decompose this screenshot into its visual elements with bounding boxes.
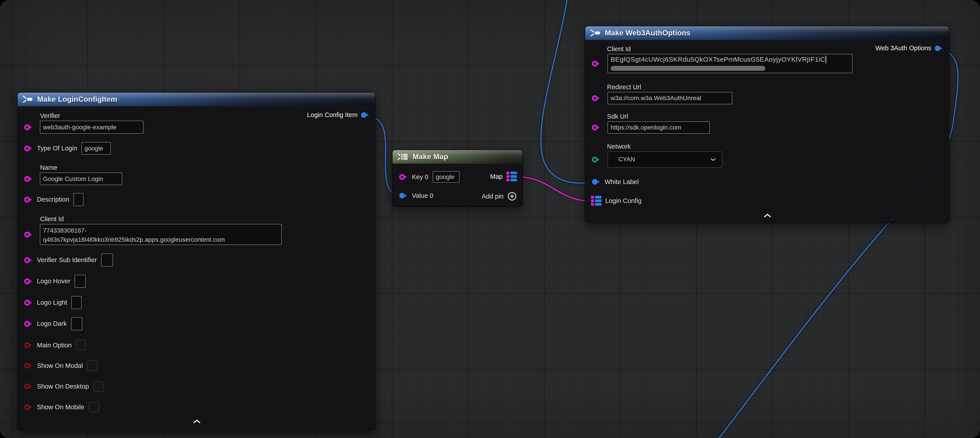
verifier-sub-identifier-input[interactable] [101, 253, 113, 267]
dropdown-chevron-icon [710, 158, 716, 161]
client-id-input[interactable]: 774338308167- q463s7kpvja16l4l0kko3nb925… [40, 224, 282, 245]
network-dropdown[interactable]: CYAN [608, 151, 722, 167]
node-header[interactable]: Make Map [393, 150, 522, 164]
description-pin[interactable] [24, 196, 33, 203]
name-input[interactable]: Google Custom Login [40, 172, 122, 185]
output-pin-label: Web 3Auth Options [875, 45, 931, 52]
make-struct-icon [22, 95, 33, 104]
blueprint-graph-canvas[interactable]: Make LoginConfigItem Login Config Item V… [0, 0, 980, 438]
field-label-login-config: Login Config [605, 197, 641, 204]
redirect-url-input[interactable]: w3a://com.w3a.Web3AuthUnreal [608, 92, 732, 104]
show-on-desktop-pin[interactable] [24, 383, 33, 390]
logo-light-pin[interactable] [24, 299, 33, 306]
logo-hover-pin[interactable] [24, 278, 33, 284]
key0-value: google [436, 174, 454, 180]
sdk-url-input[interactable]: https://sdk.openlogin.com [608, 121, 710, 134]
main-option-pin[interactable] [24, 342, 33, 348]
field-row-white-label: White Label [592, 176, 639, 188]
field-label-logo-light: Logo Light [37, 299, 67, 306]
sdk-url-value: https://sdk.openlogin.com [611, 124, 681, 131]
node-make-loginconfigitem[interactable]: Make LoginConfigItem Login Config Item V… [18, 92, 375, 430]
field-row-key0: Key 0 google [399, 171, 460, 183]
white-label-pin[interactable] [592, 179, 600, 185]
output-pin-row: Web 3Auth Options [875, 45, 943, 52]
key0-pin[interactable] [399, 174, 408, 180]
node-make-map[interactable]: Make Map Key 0 google Map Value 0 Add pi… [393, 150, 522, 206]
field-row-type-of-login: Type Of Login google [24, 142, 111, 154]
redirect-url-value: w3a://com.w3a.Web3AuthUnreal [611, 95, 701, 102]
value0-pin[interactable] [399, 193, 408, 199]
output-pin-row: Login Config Item [307, 111, 369, 119]
field-row-login-config: Login Config [591, 195, 641, 207]
field-label-type-of-login: Type Of Login [37, 145, 77, 152]
client-id-pin[interactable] [592, 61, 600, 67]
login-config-item-output-pin[interactable] [361, 112, 369, 118]
name-pin[interactable] [24, 176, 33, 182]
key0-input[interactable]: google [433, 171, 460, 183]
field-label-white-label: White Label [605, 178, 639, 186]
field-label-sdk-url: Sdk Url [607, 113, 628, 120]
output-pin-label: Login Config Item [307, 111, 358, 119]
text-caret [826, 56, 826, 63]
field-row-show-on-desktop: Show On Desktop [24, 381, 104, 392]
field-row-value0: Value 0 [399, 190, 433, 202]
node-make-web3authoptions[interactable]: Make Web3AuthOptions Web 3Auth Options C… [585, 26, 949, 223]
field-row-show-on-modal: Show On Modal [24, 360, 98, 371]
field-label-main-option: Main Option [37, 342, 72, 349]
type-of-login-pin[interactable] [24, 145, 33, 151]
verifier-value: web3auth-google-example [43, 124, 116, 131]
web3auth-options-output-pin[interactable] [935, 45, 943, 51]
main-option-checkbox[interactable] [76, 340, 86, 350]
field-label-show-on-modal: Show On Modal [37, 362, 83, 370]
field-label-show-on-mobile: Show On Mobile [37, 403, 84, 411]
field-label-verifier-sub-identifier: Verifier Sub Identifier [37, 256, 97, 264]
logo-dark-input[interactable] [71, 317, 82, 330]
node-header[interactable]: Make Web3AuthOptions [585, 26, 949, 40]
field-label-network: Network [607, 143, 631, 150]
description-input[interactable] [73, 193, 83, 206]
map-output-row: Map [490, 172, 517, 182]
field-label-value0: Value 0 [412, 192, 433, 199]
logo-dark-pin[interactable] [24, 321, 33, 327]
collapse-node-icon[interactable] [764, 213, 772, 218]
node-title: Make Web3AuthOptions [605, 29, 690, 37]
show-on-modal-pin[interactable] [24, 363, 33, 369]
verifier-sub-identifier-pin[interactable] [24, 257, 33, 263]
collapse-node-icon[interactable] [193, 419, 201, 424]
redirect-url-pin[interactable] [592, 95, 600, 101]
client-id-input[interactable]: BEglQSgt4cUWcj6SKRdu5QkOXTsePmMcusG5EAoy… [608, 54, 853, 73]
verifier-input[interactable]: web3auth-google-example [40, 121, 143, 134]
field-label-verifier: Verifier [40, 112, 60, 119]
network-selected-value: CYAN [619, 156, 635, 163]
map-output-pin-icon[interactable] [506, 172, 517, 182]
field-row-logo-dark: Logo Dark [24, 317, 82, 330]
type-of-login-input[interactable]: google [81, 142, 111, 154]
show-on-mobile-pin[interactable] [24, 404, 33, 410]
node-title: Make LoginConfigItem [37, 95, 117, 104]
sdk-url-pin[interactable] [592, 124, 600, 131]
field-label-client-id: Client Id [40, 215, 64, 223]
logo-hover-input[interactable] [75, 275, 86, 288]
field-label-redirect-url: Redirect Url [607, 83, 641, 91]
field-row-verifier: web3auth-google-example [24, 121, 143, 134]
type-of-login-value: google [84, 145, 103, 152]
node-header[interactable]: Make LoginConfigItem [18, 92, 375, 107]
show-on-desktop-checkbox[interactable] [93, 381, 104, 392]
show-on-mobile-checkbox[interactable] [89, 402, 99, 413]
client-id-value: 774338308167- q463s7kpvja16l4l0kko3nb925… [43, 225, 225, 244]
field-row-main-option: Main Option [24, 340, 86, 350]
logo-light-input[interactable] [71, 296, 82, 309]
client-id-hscrollbar[interactable] [611, 66, 765, 71]
wire-map-to-loginconfig[interactable] [519, 177, 590, 201]
client-id-pin[interactable] [24, 231, 33, 238]
add-pin-row[interactable]: Add pin [482, 191, 517, 201]
field-row-client-id: 774338308167- q463s7kpvja16l4l0kko3nb925… [24, 224, 282, 245]
field-row-description: Description [24, 193, 83, 206]
login-config-pin-icon[interactable] [591, 196, 601, 205]
field-row-verifier-sub-identifier: Verifier Sub Identifier [24, 253, 113, 267]
network-pin[interactable] [592, 156, 600, 163]
add-pin-icon[interactable] [507, 191, 517, 201]
show-on-modal-checkbox[interactable] [87, 360, 98, 371]
verifier-pin[interactable] [24, 124, 33, 131]
add-pin-label: Add pin [482, 193, 504, 200]
